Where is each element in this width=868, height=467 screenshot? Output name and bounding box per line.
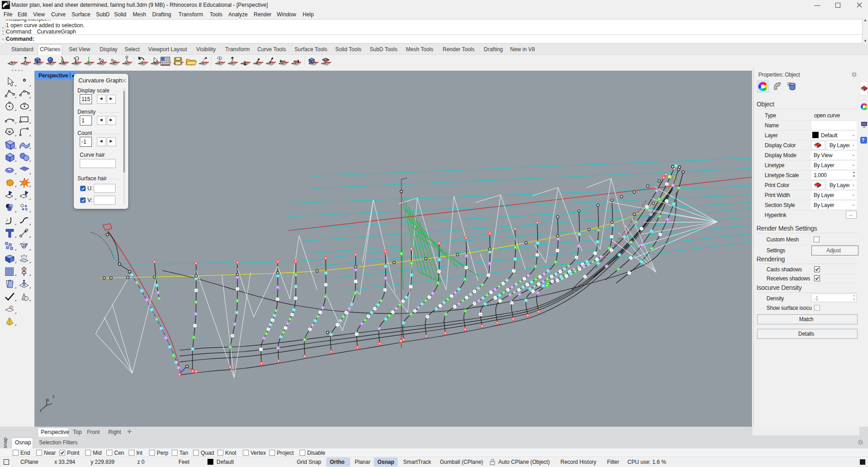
svg-text:y: y [40, 408, 42, 412]
svg-text:8: 8 [8, 1, 10, 4]
svg-text:x: x [47, 398, 49, 402]
svg-text:z: z [53, 394, 55, 399]
